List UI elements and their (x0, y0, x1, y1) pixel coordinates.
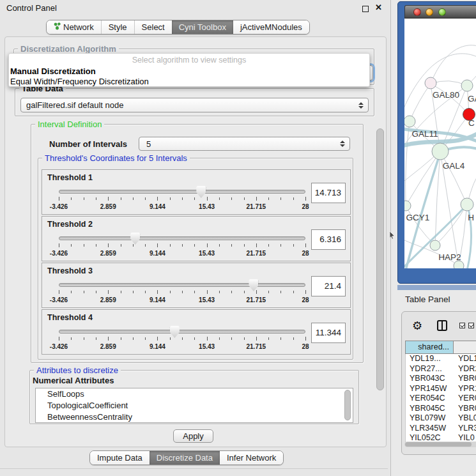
dropdown-hint: Select algorithm to view settings (9, 56, 369, 65)
tab-jactivemnodules[interactable]: jActiveMNodules (233, 20, 309, 34)
select-all-checkbox-icon[interactable] (459, 323, 465, 328)
tab-label: Network (63, 22, 94, 32)
threshold-3-slider[interactable]: -3.4262.8599.14415.4321.71528 (59, 277, 305, 307)
node-label: GAL80 (433, 90, 459, 100)
node-label: C (468, 118, 475, 128)
threshold-4-value-field[interactable]: 11.344 (311, 323, 346, 343)
table-data-combobox[interactable]: galFiltered.sif default node (20, 98, 369, 112)
table-cell: YDR2 (454, 364, 476, 374)
slider-ticks (59, 197, 305, 202)
table-cell: YBL0 (454, 413, 476, 424)
float-window-icon[interactable] (362, 6, 369, 12)
table-row[interactable]: YBR045CYBR0 (406, 404, 476, 414)
tab-cyni-toolbox[interactable]: Cyni Toolbox (172, 20, 233, 34)
node-gal4 (432, 143, 449, 160)
numerical-attributes-list[interactable]: SelfLoopsTopologicalCoefficientBetweenne… (35, 388, 353, 423)
group-title: Threshold's Coordinates for 5 Intervals (42, 153, 190, 163)
tab-style[interactable]: Style (101, 20, 134, 34)
threshold-label: Threshold 4 (47, 313, 93, 322)
threshold-3-value-field[interactable]: 21.4 (311, 276, 346, 296)
zoom-traffic-light-icon[interactable] (438, 8, 446, 16)
table-cell: YPR1 (454, 384, 476, 394)
tab-label: Infer Network (227, 453, 276, 463)
node-gal11 (404, 116, 415, 127)
network-graph: GAL80 GA C GAL11 GAL4 GCY1 H HAP2 (404, 19, 476, 268)
panel-scrollbar[interactable] (376, 128, 384, 390)
table-cell: YER054C (406, 394, 454, 404)
threshold-4-slider[interactable]: -3.4262.8599.14415.4321.71528 (59, 324, 305, 353)
gear-icon[interactable]: ⚙ (412, 318, 422, 334)
table-panel: ⚙ shared... na YDL19...YDL1YDR27...YDR2Y… (401, 311, 476, 455)
threshold-2-slider[interactable]: -3.4262.8599.14415.4321.71528 (59, 231, 305, 260)
attribute-list-item[interactable]: TopologicalCoefficient (36, 400, 353, 411)
tab-label: Style (109, 22, 127, 32)
tab-impute-data[interactable]: Impute Data (90, 451, 150, 464)
table-row[interactable]: YER054CYER0 (406, 394, 476, 404)
apply-button[interactable]: Apply (173, 429, 213, 443)
select-all-checkbox-icon-2[interactable] (468, 323, 474, 328)
close-traffic-light-icon[interactable] (413, 8, 421, 16)
attribute-list-item[interactable]: BetweennessCentrality (36, 411, 353, 423)
tab-infer-network[interactable]: Infer Network (220, 451, 283, 464)
bottom-tab-bar: Impute Data Discretize Data Infer Networ… (89, 450, 284, 465)
node-label: GAL11 (411, 129, 438, 139)
table-panel-title: Table Panel (405, 295, 450, 304)
stepper-icon (339, 141, 346, 147)
table-cell: YBR043C (406, 374, 454, 384)
column-header-name[interactable]: na (454, 341, 476, 354)
panel-title: Control Panel (6, 3, 57, 13)
combo-value: 5 (139, 139, 339, 149)
table-horizontal-scrollbar[interactable] (404, 441, 476, 447)
table-row[interactable]: YBL079WYBL0 (406, 413, 476, 424)
threshold-label: Threshold 2 (47, 220, 93, 229)
group-title: Discretization Algorithm (18, 44, 119, 54)
threshold-1-panel: Threshold 1 -3.4262.8599.14415.4321.7152… (42, 169, 351, 215)
slider-ticks (59, 243, 305, 249)
minimize-traffic-light-icon[interactable] (426, 8, 433, 16)
column-header-shared-name[interactable]: shared... (405, 341, 454, 354)
slider-track[interactable] (59, 330, 305, 334)
slider-track[interactable] (59, 190, 305, 194)
table-toolbar: ⚙ (402, 316, 476, 337)
tab-select[interactable]: Select (134, 20, 172, 34)
attribute-list-item[interactable]: SelfLoops (36, 388, 353, 400)
node-table: shared... na YDL19...YDL1YDR27...YDR2YBR… (405, 341, 476, 443)
node-h (461, 198, 473, 211)
tab-discretize-data[interactable]: Discretize Data (150, 451, 220, 464)
network-window-titlebar[interactable] (404, 5, 476, 19)
table-cell: YDL1 (454, 354, 476, 364)
table-row[interactable]: YBR043CYBR0 (406, 374, 476, 384)
table-row[interactable]: YPR145WYPR1 (406, 384, 476, 394)
number-of-intervals-combobox[interactable]: 5 (139, 137, 350, 151)
table-cell: YLR345W (406, 424, 454, 434)
list-scrollbar[interactable] (344, 390, 351, 420)
node-label: GA (468, 94, 476, 104)
table-body: YDL19...YDL1YDR27...YDR2YBR043CYBR0YPR14… (405, 354, 476, 443)
threshold-4-panel: Threshold 4 -3.4262.8599.14415.4321.7152… (42, 309, 351, 355)
table-cell: YBR0 (454, 404, 476, 414)
table-row[interactable]: YDL19...YDL1 (406, 354, 476, 364)
network-canvas[interactable]: GAL80 GA C GAL11 GAL4 GCY1 H HAP2 (404, 19, 476, 268)
top-tab-bar: Network Style Select Cyni Toolbox jActiv… (46, 20, 310, 35)
cyni-toolbox-panel: Discretization Algorithm Select algorith… (4, 36, 387, 447)
tab-network[interactable]: Network (47, 20, 101, 34)
node-label: H (468, 213, 474, 222)
table-cell: YBL079W (406, 413, 454, 424)
close-icon[interactable]: ✕ (375, 3, 382, 12)
split-columns-icon[interactable] (437, 320, 447, 331)
tab-label: jActiveMNodules (240, 22, 302, 32)
table-row[interactable]: YLR345WYLR3 (406, 424, 476, 434)
threshold-1-value-field[interactable]: 14.713 (311, 183, 346, 203)
slider-tick-labels: -3.4262.8599.14415.4321.71528 (59, 250, 305, 257)
group-title: Attributes to discretize (34, 365, 121, 375)
table-row[interactable]: YDR27...YDR2 (406, 364, 476, 374)
numerical-attributes-label: Numerical Attributes (33, 376, 114, 385)
dropdown-option-equal-width-frequency[interactable]: Equal Width/Frequency Discretization (10, 77, 149, 86)
threshold-label: Threshold 3 (47, 266, 93, 275)
dropdown-option-manual-discretization[interactable]: Manual Discretization (10, 66, 96, 76)
slider-track[interactable] (59, 236, 305, 240)
slider-track[interactable] (59, 283, 305, 287)
node-label: GCY1 (406, 213, 430, 222)
threshold-2-value-field[interactable]: 6.316 (311, 229, 346, 250)
threshold-1-slider[interactable]: -3.4262.8599.14415.4321.71528 (59, 184, 305, 213)
